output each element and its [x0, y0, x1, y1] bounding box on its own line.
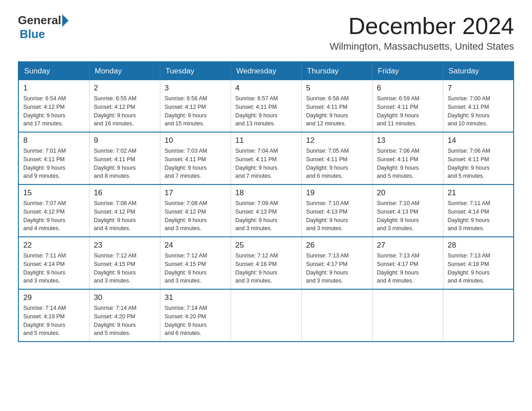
day-info: Sunrise: 7:04 AM Sunset: 4:11 PM Dayligh…	[236, 147, 297, 180]
calendar-cell: 25 Sunrise: 7:12 AM Sunset: 4:16 PM Dayl…	[231, 237, 301, 289]
logo-general-text: General	[18, 13, 61, 27]
day-number: 24	[165, 241, 226, 250]
calendar-cell: 8 Sunrise: 7:01 AM Sunset: 4:11 PM Dayli…	[18, 132, 89, 184]
calendar-cell: 6 Sunrise: 6:59 AM Sunset: 4:11 PM Dayli…	[372, 80, 443, 132]
day-number: 9	[94, 136, 155, 145]
calendar-header-friday: Friday	[372, 62, 443, 80]
day-number: 4	[236, 84, 297, 93]
calendar-header-wednesday: Wednesday	[231, 62, 301, 80]
day-info: Sunrise: 7:08 AM Sunset: 4:12 PM Dayligh…	[94, 199, 155, 233]
day-number: 16	[94, 188, 155, 197]
day-info: Sunrise: 6:58 AM Sunset: 4:11 PM Dayligh…	[306, 94, 368, 128]
calendar-week-row: 29 Sunrise: 7:14 AM Sunset: 4:19 PM Dayl…	[18, 289, 514, 342]
day-info: Sunrise: 7:13 AM Sunset: 4:18 PM Dayligh…	[448, 252, 509, 285]
calendar-cell: 10 Sunrise: 7:03 AM Sunset: 4:11 PM Dayl…	[160, 132, 231, 184]
calendar-cell: 4 Sunrise: 6:57 AM Sunset: 4:11 PM Dayli…	[231, 80, 301, 132]
calendar-cell: 20 Sunrise: 7:10 AM Sunset: 4:13 PM Dayl…	[372, 184, 443, 237]
day-info: Sunrise: 7:00 AM Sunset: 4:11 PM Dayligh…	[448, 94, 509, 128]
day-number: 11	[236, 136, 297, 145]
logo-blue-text: Blue	[20, 27, 45, 41]
day-info: Sunrise: 7:05 AM Sunset: 4:11 PM Dayligh…	[306, 147, 368, 180]
day-info: Sunrise: 7:13 AM Sunset: 4:17 PM Dayligh…	[306, 252, 368, 285]
calendar-cell: 23 Sunrise: 7:12 AM Sunset: 4:15 PM Dayl…	[89, 237, 160, 289]
day-info: Sunrise: 7:10 AM Sunset: 4:13 PM Dayligh…	[306, 199, 368, 233]
day-info: Sunrise: 7:06 AM Sunset: 4:11 PM Dayligh…	[448, 147, 509, 180]
day-info: Sunrise: 7:12 AM Sunset: 4:15 PM Dayligh…	[94, 252, 155, 285]
day-info: Sunrise: 7:14 AM Sunset: 4:20 PM Dayligh…	[94, 304, 155, 338]
day-number: 25	[236, 241, 297, 250]
day-number: 8	[23, 136, 85, 145]
day-info: Sunrise: 7:07 AM Sunset: 4:12 PM Dayligh…	[23, 199, 85, 233]
day-number: 30	[94, 293, 155, 302]
calendar-cell: 15 Sunrise: 7:07 AM Sunset: 4:12 PM Dayl…	[18, 184, 89, 237]
day-number: 20	[377, 188, 438, 197]
calendar-cell: 2 Sunrise: 6:55 AM Sunset: 4:12 PM Dayli…	[89, 80, 160, 132]
day-info: Sunrise: 7:10 AM Sunset: 4:13 PM Dayligh…	[377, 199, 438, 233]
day-number: 31	[165, 293, 226, 302]
calendar-cell: 1 Sunrise: 6:54 AM Sunset: 4:12 PM Dayli…	[18, 80, 89, 132]
logo-triangle-icon	[62, 14, 69, 27]
logo: General Blue	[18, 13, 69, 41]
day-info: Sunrise: 7:12 AM Sunset: 4:15 PM Dayligh…	[165, 252, 226, 285]
calendar-week-row: 15 Sunrise: 7:07 AM Sunset: 4:12 PM Dayl…	[18, 184, 514, 237]
day-number: 27	[377, 241, 438, 250]
calendar-cell: 16 Sunrise: 7:08 AM Sunset: 4:12 PM Dayl…	[89, 184, 160, 237]
calendar-cell	[443, 289, 514, 342]
calendar-cell: 17 Sunrise: 7:08 AM Sunset: 4:12 PM Dayl…	[160, 184, 231, 237]
calendar-cell: 11 Sunrise: 7:04 AM Sunset: 4:11 PM Dayl…	[231, 132, 301, 184]
day-number: 23	[94, 241, 155, 250]
day-info: Sunrise: 7:11 AM Sunset: 4:14 PM Dayligh…	[23, 252, 85, 285]
day-number: 13	[377, 136, 438, 145]
day-info: Sunrise: 7:11 AM Sunset: 4:14 PM Dayligh…	[448, 199, 509, 233]
page-title: December 2024	[330, 13, 514, 39]
day-number: 2	[94, 84, 155, 93]
day-number: 19	[306, 188, 368, 197]
page-subtitle: Wilmington, Massachusetts, United States	[330, 41, 514, 52]
day-info: Sunrise: 6:54 AM Sunset: 4:12 PM Dayligh…	[23, 94, 85, 128]
day-number: 15	[23, 188, 85, 197]
calendar-cell: 28 Sunrise: 7:13 AM Sunset: 4:18 PM Dayl…	[443, 237, 514, 289]
calendar-cell: 30 Sunrise: 7:14 AM Sunset: 4:20 PM Dayl…	[89, 289, 160, 342]
day-number: 7	[448, 84, 509, 93]
calendar-cell: 27 Sunrise: 7:13 AM Sunset: 4:17 PM Dayl…	[372, 237, 443, 289]
day-number: 17	[165, 188, 226, 197]
day-number: 1	[23, 84, 85, 93]
day-info: Sunrise: 7:12 AM Sunset: 4:16 PM Dayligh…	[236, 252, 297, 285]
calendar-cell: 3 Sunrise: 6:56 AM Sunset: 4:12 PM Dayli…	[160, 80, 231, 132]
day-number: 18	[236, 188, 297, 197]
day-number: 14	[448, 136, 509, 145]
calendar-table: SundayMondayTuesdayWednesdayThursdayFrid…	[18, 61, 514, 342]
day-number: 22	[23, 241, 85, 250]
calendar-cell: 14 Sunrise: 7:06 AM Sunset: 4:11 PM Dayl…	[443, 132, 514, 184]
day-number: 26	[306, 241, 368, 250]
day-info: Sunrise: 7:03 AM Sunset: 4:11 PM Dayligh…	[165, 147, 226, 180]
calendar-cell: 7 Sunrise: 7:00 AM Sunset: 4:11 PM Dayli…	[443, 80, 514, 132]
day-number: 29	[23, 293, 85, 302]
calendar-cell	[301, 289, 372, 342]
day-number: 28	[448, 241, 509, 250]
calendar-week-row: 22 Sunrise: 7:11 AM Sunset: 4:14 PM Dayl…	[18, 237, 514, 289]
day-number: 21	[448, 188, 509, 197]
calendar-week-row: 8 Sunrise: 7:01 AM Sunset: 4:11 PM Dayli…	[18, 132, 514, 184]
calendar-header-sunday: Sunday	[18, 62, 89, 80]
day-info: Sunrise: 6:56 AM Sunset: 4:12 PM Dayligh…	[165, 94, 226, 128]
calendar-cell: 18 Sunrise: 7:09 AM Sunset: 4:13 PM Dayl…	[231, 184, 301, 237]
calendar-cell	[372, 289, 443, 342]
calendar-header-thursday: Thursday	[301, 62, 372, 80]
day-number: 12	[306, 136, 368, 145]
title-area: December 2024 Wilmington, Massachusetts,…	[330, 13, 514, 52]
day-number: 6	[377, 84, 438, 93]
calendar-cell: 31 Sunrise: 7:14 AM Sunset: 4:20 PM Dayl…	[160, 289, 231, 342]
calendar-header-row: SundayMondayTuesdayWednesdayThursdayFrid…	[18, 62, 514, 80]
calendar-cell: 12 Sunrise: 7:05 AM Sunset: 4:11 PM Dayl…	[301, 132, 372, 184]
calendar-cell: 21 Sunrise: 7:11 AM Sunset: 4:14 PM Dayl…	[443, 184, 514, 237]
day-info: Sunrise: 7:14 AM Sunset: 4:20 PM Dayligh…	[165, 304, 226, 338]
page-header: General Blue December 2024 Wilmington, M…	[18, 13, 514, 52]
calendar-header-saturday: Saturday	[443, 62, 514, 80]
calendar-cell: 29 Sunrise: 7:14 AM Sunset: 4:19 PM Dayl…	[18, 289, 89, 342]
day-info: Sunrise: 6:57 AM Sunset: 4:11 PM Dayligh…	[236, 94, 297, 128]
day-info: Sunrise: 7:09 AM Sunset: 4:13 PM Dayligh…	[236, 199, 297, 233]
day-info: Sunrise: 7:14 AM Sunset: 4:19 PM Dayligh…	[23, 304, 85, 338]
calendar-cell: 13 Sunrise: 7:06 AM Sunset: 4:11 PM Dayl…	[372, 132, 443, 184]
day-info: Sunrise: 6:55 AM Sunset: 4:12 PM Dayligh…	[94, 94, 155, 128]
